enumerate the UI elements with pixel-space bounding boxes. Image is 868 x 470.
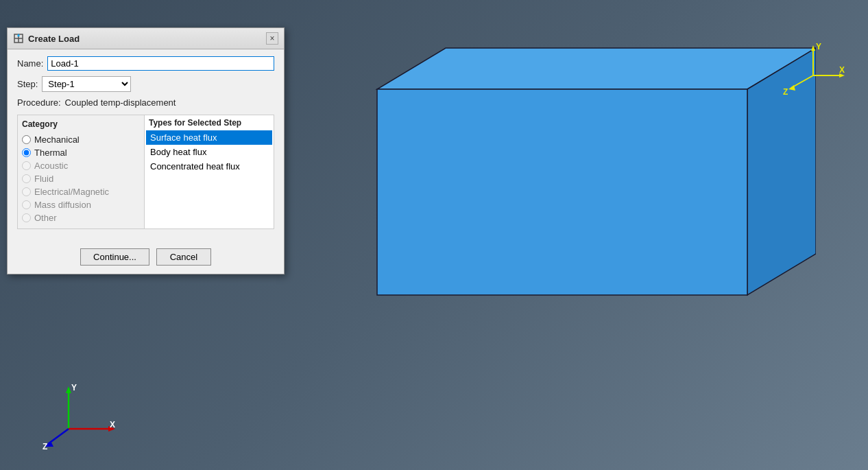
- thermal-label: Thermal: [34, 148, 67, 158]
- procedure-value: Coupled temp-displacement: [65, 97, 176, 108]
- load-icon: [13, 33, 24, 44]
- dialog-buttons: Continue... Cancel: [8, 243, 284, 274]
- other-label: Other: [34, 213, 57, 223]
- step-label: Step:: [17, 79, 38, 89]
- category-panel: Category Mechanical Thermal Acoustic Flu…: [18, 115, 145, 228]
- types-panel: Types for Selected Step Surface heat flu…: [145, 115, 274, 228]
- svg-marker-2: [377, 89, 747, 295]
- cancel-button[interactable]: Cancel: [156, 248, 211, 266]
- fluid-label: Fluid: [34, 174, 53, 184]
- dialog-title: Create Load: [28, 34, 80, 44]
- svg-text:X: X: [110, 420, 115, 430]
- procedure-row: Procedure: Coupled temp-displacement: [17, 97, 274, 108]
- axis-top-right: Y X Z: [779, 41, 847, 96]
- svg-line-18: [48, 429, 69, 444]
- svg-marker-13: [66, 386, 71, 393]
- radio-electrical-magnetic: Electrical/Magnetic: [21, 185, 141, 198]
- acoustic-label: Acoustic: [34, 161, 68, 171]
- dialog-title-left: Create Load: [13, 33, 80, 44]
- radio-mechanical[interactable]: Mechanical: [21, 133, 141, 146]
- dialog-body: Name: Step: Step-1 Procedure: Coupled te…: [8, 49, 284, 243]
- svg-marker-0: [377, 48, 816, 89]
- category-title: Category: [21, 119, 141, 129]
- type-concentrated-heat-flux[interactable]: Concentrated heat flux: [146, 159, 272, 174]
- electrical-magnetic-label: Electrical/Magnetic: [34, 187, 109, 197]
- type-surface-heat-flux[interactable]: Surface heat flux: [146, 130, 272, 145]
- name-row: Name:: [17, 56, 274, 71]
- dialog-titlebar: Create Load ×: [8, 28, 284, 49]
- create-load-dialog: Create Load × Name: Step: Step-1 Procedu…: [7, 27, 285, 274]
- name-input[interactable]: [47, 56, 274, 71]
- step-select[interactable]: Step-1: [42, 76, 131, 92]
- radio-thermal[interactable]: Thermal: [21, 146, 141, 159]
- procedure-label: Procedure:: [17, 97, 61, 108]
- mechanical-label: Mechanical: [34, 134, 80, 145]
- radio-mass-diffusion: Mass diffusion: [21, 198, 141, 211]
- name-label: Name:: [17, 58, 43, 69]
- close-button[interactable]: ×: [266, 32, 278, 45]
- radio-acoustic: Acoustic: [21, 159, 141, 172]
- category-types-container: Category Mechanical Thermal Acoustic Flu…: [17, 115, 274, 229]
- svg-text:Z: Z: [783, 87, 788, 96]
- svg-text:Z: Z: [43, 442, 47, 449]
- svg-text:Y: Y: [71, 383, 77, 392]
- continue-button[interactable]: Continue...: [80, 248, 149, 266]
- svg-text:X: X: [839, 65, 845, 75]
- svg-text:Y: Y: [816, 42, 821, 51]
- svg-marker-4: [811, 45, 815, 51]
- 3d-box: [295, 34, 816, 322]
- radio-fluid: Fluid: [21, 172, 141, 185]
- types-title: Types for Selected Step: [146, 118, 272, 128]
- mass-diffusion-label: Mass diffusion: [34, 200, 91, 210]
- step-row: Step: Step-1: [17, 76, 274, 92]
- radio-other: Other: [21, 211, 141, 224]
- axis-bottom-left: Y X Z: [41, 381, 123, 449]
- type-body-heat-flux[interactable]: Body heat flux: [146, 145, 272, 159]
- svg-line-9: [791, 75, 813, 88]
